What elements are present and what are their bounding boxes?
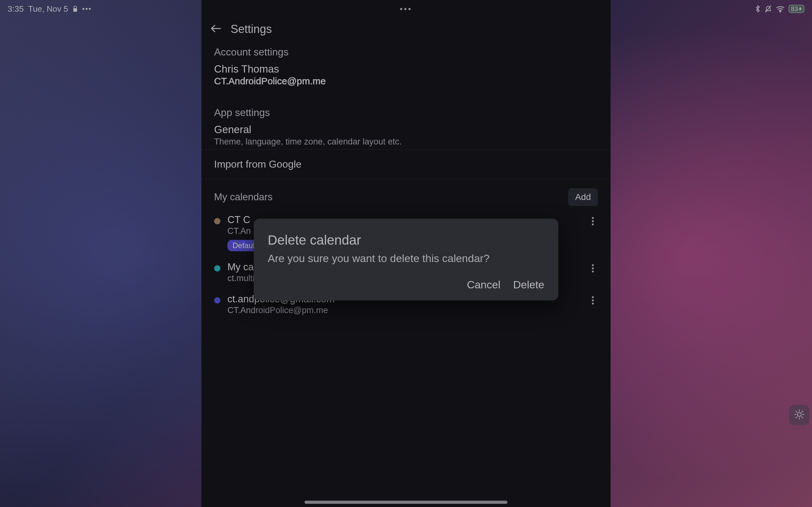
- dialog-scrim[interactable]: [0, 0, 812, 507]
- gesture-nav-bar[interactable]: [305, 501, 507, 504]
